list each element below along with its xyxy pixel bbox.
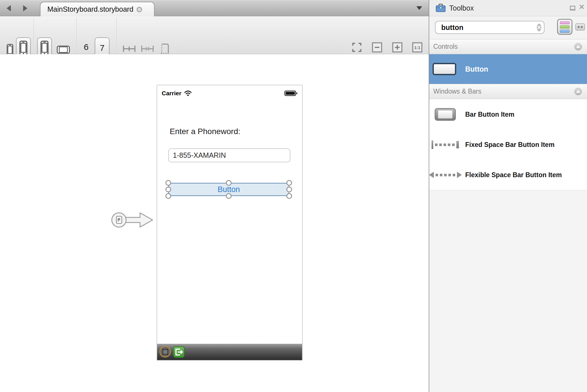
selection-handle-top-right[interactable] [286,180,292,186]
close-panel-icon[interactable]: ✕ [579,3,585,11]
windows-bars-list: Bar Button Item Fixed Space Bar Button I… [429,99,587,190]
chevron-left-icon [7,5,11,11]
tab-title: MainStoryboard.storyboard [47,5,133,13]
toolbar-separator [116,18,117,52]
nav-forward-button[interactable] [20,3,30,13]
ios6-button[interactable]: 6 [80,41,92,53]
nav-back-button[interactable] [3,3,14,13]
phone-portrait-icon [41,40,48,56]
battery-icon [284,90,297,96]
initial-view-controller-arrow[interactable] [111,211,154,229]
svg-text:1:1: 1:1 [414,45,420,50]
toolbox-item-label: Fixed Space Bar Button Item [465,141,554,149]
toolbox-item-button[interactable]: Button [429,54,587,84]
collapse-section-icon[interactable] [574,43,582,50]
toolbar-separator [76,18,77,52]
tab-close-dot[interactable] [137,7,142,12]
zoom-out-button[interactable] [372,42,382,53]
phone-tall-icon [19,40,27,56]
chevron-right-icon [23,5,27,11]
carrier-label: Carrier [162,90,181,97]
zoom-actual-size-button[interactable]: 1:1 [412,42,423,53]
frame-resize-icon [159,43,169,55]
one-to-one-icon: 1:1 [412,42,422,52]
bar-button-item-icon [435,108,456,121]
section-header-controls[interactable]: Controls [429,39,587,54]
toolbox-item-label: Button [465,65,488,73]
selection-handle-bottom-center[interactable] [226,193,232,199]
status-bar: Carrier [157,85,302,98]
toolbox-search-row: ✕ [429,16,587,39]
selection-handle-bottom-right[interactable] [286,193,292,199]
resize-to-fit-button[interactable] [159,43,170,55]
designer-toolbar: SIZE ORIENTATION 6 7 iOS VERSION [0,16,429,54]
toolbox-item-label: Bar Button Item [465,111,515,118]
translate-button-label: Button [218,185,240,194]
wifi-icon [184,90,192,96]
zoom-in-button[interactable] [392,42,403,53]
compact-view-toggle[interactable] [575,23,585,31]
section-header-windows-bars[interactable]: Windows & Bars [429,84,587,99]
view-controller-surface[interactable]: Carrier Enter a Phoneword: B [157,85,303,361]
phoneword-text-field[interactable] [168,148,290,162]
dock-panel-icon[interactable] [570,6,575,11]
toolbox-item-bar-button-item[interactable]: Bar Button Item [429,99,587,130]
selection-handle-bottom-left[interactable] [165,193,171,199]
selection-handle-top-center[interactable] [226,180,232,186]
selection-handle-middle-left[interactable] [165,187,171,192]
constraint-add-icon [123,44,136,53]
zoom-in-icon [392,42,402,52]
phoneword-text-input[interactable] [169,149,290,162]
clear-search-icon[interactable]: ✕ [537,24,541,31]
add-constraint-button[interactable] [122,44,136,54]
orientation-landscape-button[interactable] [56,45,70,54]
zoom-out-icon [372,42,382,52]
design-canvas[interactable]: Carrier Enter a Phoneword: B [0,54,429,392]
tab-overflow-dropdown-icon[interactable] [416,6,422,10]
selection-handle-top-left[interactable] [165,180,171,186]
exit-segue-icon[interactable] [173,346,185,358]
app-window: MainStoryboard.storyboard SI [0,0,587,392]
toolbox-search-input[interactable] [439,21,537,33]
zoom-fit-button[interactable] [351,42,362,53]
toolbox-item-fixed-space[interactable]: Fixed Space Bar Button Item [429,130,587,160]
constraint-remove-icon [141,44,154,53]
category-view-toggle-selected[interactable] [557,19,572,35]
toolbox-item-flexible-space[interactable]: Flexible Space Bar Button Item [429,160,587,190]
toolbox-panel: Toolbox ✕ ✕ Control [429,0,587,392]
toolbox-title: Toolbox [449,4,474,12]
button-thumbnail-icon [433,63,456,75]
toolbox-briefcase-icon [436,3,446,13]
view-controller-bottom-bar [157,344,302,360]
flexible-space-icon [429,172,462,178]
toolbox-item-label: Flexible Space Bar Button Item [465,171,562,179]
tab-mainstoryboard[interactable]: MainStoryboard.storyboard [40,2,155,16]
fixed-space-icon [432,140,459,149]
zoom-fit-icon [352,43,362,52]
toolbar-separator [34,18,34,52]
phone-landscape-icon [57,46,70,54]
toolbox-header: Toolbox ✕ [429,0,587,16]
toolbox-search-field[interactable]: ✕ [435,21,545,34]
remove-constraint-button[interactable] [140,44,155,54]
view-controller-icon[interactable] [159,346,171,357]
phoneword-prompt-label: Enter a Phoneword: [170,127,240,136]
selection-handle-middle-right[interactable] [286,187,292,192]
tab-bar: MainStoryboard.storyboard [0,0,429,16]
collapse-section-icon[interactable] [574,88,582,95]
